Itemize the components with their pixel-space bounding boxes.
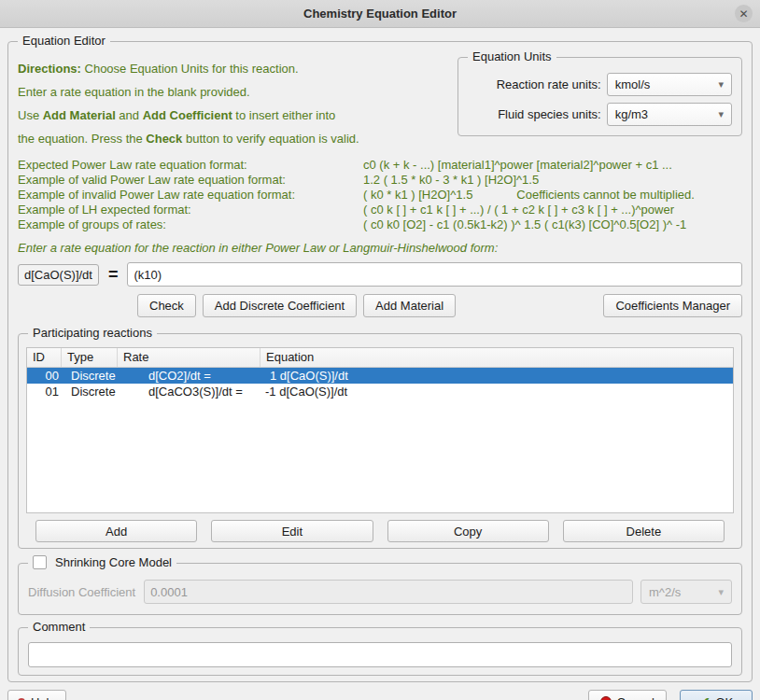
- reactions-table[interactable]: ID Type Rate Equation 00 Discrete d[CO2]…: [26, 347, 734, 513]
- add-button[interactable]: Add: [35, 520, 197, 542]
- directions-text: Directions: Choose Equation Units for th…: [18, 57, 359, 150]
- ok-mnemonic: O: [715, 695, 725, 700]
- directions-bold: Check: [146, 132, 182, 146]
- directions-rest: Choose Equation Units for this reaction.: [81, 62, 299, 76]
- shrinking-core-model-checkbox[interactable]: [33, 555, 47, 569]
- reaction-rate-units-row: Reaction rate units: kmol/s ▾: [468, 73, 732, 96]
- example-value: 1.2 ( 1.5 * k0 - 3 * k1 ) [H2O]^1.5: [363, 173, 742, 188]
- shrinking-core-model-legend: Shrinking Core Model: [28, 555, 176, 569]
- row-equation: -1 d[CaO(S)]/dt: [260, 384, 733, 399]
- edit-button[interactable]: Edit: [211, 520, 373, 542]
- reaction-list-actions-row: Add Edit Copy Delete: [26, 520, 734, 542]
- row-id: 01: [27, 384, 62, 399]
- fluid-species-units-value: kg/m3: [615, 107, 648, 121]
- directions-segment: to insert either into: [232, 108, 336, 122]
- example-value: ( k0 * k1 ) [H2O]^1.5 Coefficients canno…: [363, 188, 742, 203]
- directions-bold: Directions:: [18, 62, 81, 76]
- diffusion-coefficient-row: Diffusion Coefficient m^2/s ▾: [28, 580, 732, 604]
- diffusion-units-dropdown: m^2/s ▾: [640, 580, 732, 604]
- directions-segment: button to verify equation is valid.: [182, 132, 359, 146]
- example-label: Example of valid Power Law rate equation…: [18, 173, 363, 188]
- ok-label-rest: K: [725, 695, 734, 700]
- rate-equation-row: d[CaO(S)]/dt =: [18, 262, 742, 287]
- chevron-down-icon: ▾: [718, 586, 724, 598]
- coefficients-manager-button[interactable]: Coefficients Manager: [603, 294, 742, 317]
- equation-editor-group-label: Equation Editor: [18, 34, 110, 48]
- row-rate: d[CaCO3(S)]/dt =: [118, 384, 260, 399]
- comment-group: Comment: [18, 627, 742, 676]
- cancel-label-rest: ancel: [626, 695, 654, 700]
- add-discrete-coefficient-button[interactable]: Add Discrete Coefficient: [203, 294, 357, 317]
- diffusion-coefficient-input: [144, 580, 633, 604]
- row-type: Discrete: [62, 368, 118, 384]
- chevron-down-icon: ▾: [718, 108, 724, 120]
- example-value: ( c0 k0 [O2] - c1 (0.5k1-k2) )^ 1.5 ( c1…: [363, 217, 742, 232]
- rate-equation-input[interactable]: [127, 262, 742, 287]
- example-label: Example of groups of rates:: [18, 217, 363, 232]
- row-equation: 1 d[CaO(S)]/dt: [260, 368, 733, 384]
- cancel-mnemonic: C: [617, 695, 626, 700]
- add-material-button[interactable]: Add Material: [363, 294, 456, 317]
- equation-actions-row: Check Add Discrete Coefficient Add Mater…: [18, 294, 742, 317]
- window-title: Chemistry Equation Editor: [303, 7, 457, 21]
- comment-input[interactable]: [28, 642, 732, 667]
- table-row[interactable]: 01 Discrete d[CaCO3(S)]/dt = -1 d[CaO(S)…: [27, 384, 733, 399]
- format-examples: Expected Power Law rate equation format:…: [18, 158, 742, 232]
- shrinking-core-model-label: Shrinking Core Model: [55, 555, 172, 569]
- row-type: Discrete: [62, 384, 118, 399]
- example-label: Example of LH expected format:: [18, 203, 363, 217]
- directions-bold: Add Material: [43, 108, 116, 122]
- directions-segment: the equation. Press the: [18, 132, 146, 146]
- directions-line-4: the equation. Press the Check button to …: [18, 127, 359, 150]
- column-header-id[interactable]: ID: [27, 348, 62, 367]
- cancel-button-label: Cancel: [617, 695, 654, 700]
- reaction-rate-units-label: Reaction rate units:: [468, 77, 601, 91]
- close-icon[interactable]: ✕: [735, 5, 753, 22]
- column-header-type[interactable]: Type: [62, 348, 118, 367]
- ok-button[interactable]: ✔ OK: [680, 690, 753, 700]
- delete-button[interactable]: Delete: [563, 520, 725, 542]
- participating-reactions-group-label: Participating reactions: [28, 326, 157, 340]
- example-label: Example of invalid Power Law rate equati…: [18, 188, 363, 203]
- chevron-down-icon: ▾: [718, 78, 724, 91]
- fluid-species-units-dropdown[interactable]: kg/m3 ▾: [607, 103, 732, 126]
- equals-sign: =: [108, 265, 119, 285]
- fluid-species-units-label: Fluid species units:: [468, 107, 601, 121]
- column-header-equation[interactable]: Equation: [260, 348, 733, 367]
- directions-bold: Add Coefficient: [143, 108, 232, 122]
- rate-equation-prompt: Enter a rate equation for the reaction i…: [18, 241, 742, 255]
- shrinking-core-model-group: Shrinking Core Model Diffusion Coefficie…: [18, 563, 742, 615]
- dialog-footer: Help Cancel ✔ OK: [0, 690, 760, 700]
- fluid-species-units-row: Fluid species units: kg/m3 ▾: [468, 103, 732, 126]
- comment-group-label: Comment: [28, 620, 90, 634]
- table-row[interactable]: 00 Discrete d[CO2]/dt = 1 d[CaO(S)]/dt: [27, 368, 733, 384]
- equation-editor-group: Equation Editor Directions: Choose Equat…: [7, 41, 753, 682]
- rate-derivative-label: d[CaO(S)]/dt: [18, 264, 99, 286]
- row-rate: d[CO2]/dt =: [118, 368, 260, 384]
- participating-reactions-group: Participating reactions ID Type Rate Equ…: [18, 333, 742, 549]
- checkmark-icon: ✔: [699, 695, 711, 700]
- check-button[interactable]: Check: [137, 294, 196, 317]
- help-button[interactable]: Help: [7, 690, 66, 700]
- directions-segment: and: [116, 108, 143, 122]
- directions-and-units-row: Directions: Choose Equation Units for th…: [18, 57, 742, 150]
- equation-units-group: Equation Units Reaction rate units: kmol…: [457, 57, 742, 136]
- directions-line-2: Enter a rate equation in the blank provi…: [18, 80, 359, 104]
- titlebar: Chemistry Equation Editor ✕: [0, 0, 760, 28]
- directions-line-3: Use Add Material and Add Coefficient to …: [18, 104, 359, 127]
- column-header-rate[interactable]: Rate: [118, 348, 260, 367]
- reaction-rate-units-dropdown[interactable]: kmol/s ▾: [607, 73, 732, 96]
- diffusion-units-value: m^2/s: [649, 585, 681, 599]
- help-button-label: Help: [31, 695, 56, 700]
- copy-button[interactable]: Copy: [387, 520, 549, 542]
- ok-button-label: OK: [715, 695, 733, 700]
- reactions-table-header: ID Type Rate Equation: [27, 348, 733, 368]
- diffusion-coefficient-label: Diffusion Coefficient: [28, 585, 135, 599]
- reaction-rate-units-value: kmol/s: [615, 77, 651, 91]
- row-id: 00: [27, 368, 62, 384]
- cancel-button[interactable]: Cancel: [588, 690, 667, 700]
- directions-line-1: Directions: Choose Equation Units for th…: [18, 57, 359, 80]
- example-label: Expected Power Law rate equation format:: [18, 158, 363, 173]
- example-value: ( c0 k [ ] + c1 k [ ] + ...) / ( 1 + c2 …: [363, 203, 742, 217]
- directions-segment: Use: [18, 108, 43, 122]
